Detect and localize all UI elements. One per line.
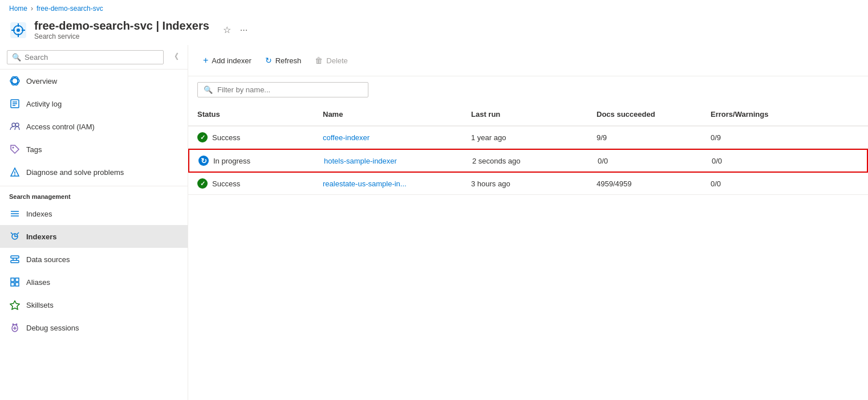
svg-point-16 (13, 147, 14, 149)
diagnose-icon (9, 166, 21, 178)
sidebar-item-activity-label: Activity log (26, 100, 62, 108)
sidebar-item-iam-label: Access control (IAM) (26, 123, 95, 131)
filter-icon: 🔍 (204, 85, 213, 94)
svg-point-36 (13, 324, 14, 325)
sidebar-item-tags-label: Tags (26, 145, 42, 154)
cell-lastrun-2: 3 hours ago (471, 179, 597, 188)
search-management-label: Search management (0, 186, 188, 202)
delete-icon: 🗑 (315, 56, 323, 65)
search-input[interactable] (25, 53, 159, 62)
sidebar-item-skillsets-label: Skillsets (26, 301, 54, 309)
success-icon (197, 132, 208, 142)
cell-lastrun-1: 2 seconds ago (472, 157, 598, 165)
column-last-run: Last run (471, 108, 597, 121)
breadcrumb-home[interactable]: Home (9, 5, 27, 13)
column-status: Status (197, 108, 323, 121)
indexer-link-0[interactable]: coffee-indexer (323, 133, 370, 142)
favorite-button[interactable]: ☆ (221, 22, 233, 38)
svg-point-18 (14, 174, 15, 175)
cell-name-1: hotels-sample-indexer (324, 157, 472, 165)
page-title: free-demo-search-svc | Indexers (34, 19, 209, 32)
sidebar-item-indexes-label: Indexes (26, 210, 52, 218)
cell-status-0: Success (197, 132, 323, 142)
svg-point-2 (17, 28, 20, 32)
sidebar-item-indexers[interactable]: Indexers (0, 225, 188, 248)
page-header: free-demo-search-svc | Indexers Search s… (0, 17, 868, 45)
sidebar: 🔍 《 Overview Activity log (0, 45, 188, 400)
svg-marker-33 (10, 301, 19, 309)
table-header: Status Name Last run Docs succeeded Erro… (188, 103, 868, 126)
sidebar-item-aliases-label: Aliases (26, 278, 50, 287)
sidebar-item-indexes[interactable]: Indexes (0, 202, 188, 225)
sidebar-item-datasources[interactable]: Data sources (0, 248, 188, 271)
filter-row: 🔍 (188, 76, 868, 103)
cell-errors-1: 0/0 (712, 157, 814, 165)
iam-icon (9, 121, 21, 132)
svg-point-14 (12, 123, 15, 126)
collapse-button[interactable]: 《 (168, 50, 181, 64)
refresh-icon: ↻ (265, 56, 272, 65)
table-body: Success coffee-indexer 1 year ago 9/9 0/… (188, 126, 868, 195)
sidebar-item-overview[interactable]: Overview (0, 70, 188, 92)
svg-rect-30 (15, 278, 19, 281)
search-icon: 🔍 (12, 53, 21, 62)
cell-docs-1: 0/0 (598, 157, 712, 165)
page-subtitle: Search service (34, 32, 209, 40)
aliases-icon (9, 276, 21, 288)
cell-status-2: Success (197, 178, 323, 189)
column-docs: Docs succeeded (597, 108, 711, 121)
sidebar-item-diagnose[interactable]: Diagnose and solve problems (0, 161, 188, 183)
datasources-icon (9, 254, 21, 265)
cell-docs-2: 4959/4959 (597, 179, 711, 188)
svg-rect-29 (11, 278, 14, 281)
sidebar-item-diagnose-label: Diagnose and solve problems (26, 168, 124, 177)
cell-name-2: realestate-us-sample-in... (323, 179, 471, 188)
sidebar-item-iam[interactable]: Access control (IAM) (0, 115, 188, 138)
activity-log-icon (9, 98, 21, 109)
svg-rect-26 (11, 260, 19, 263)
filter-input[interactable] (217, 85, 362, 94)
table-row: Success coffee-indexer 1 year ago 9/9 0/… (188, 126, 868, 149)
sidebar-item-tags[interactable]: Tags (0, 138, 188, 161)
add-indexer-button[interactable]: + Add indexer (197, 52, 257, 69)
cell-name-0: coffee-indexer (323, 133, 471, 142)
tags-icon (9, 144, 21, 155)
sidebar-item-datasources-label: Data sources (26, 255, 70, 264)
success-icon-2 (197, 178, 208, 189)
add-icon: + (203, 55, 208, 66)
skillsets-icon (9, 299, 21, 311)
delete-button[interactable]: 🗑 Delete (309, 52, 354, 68)
cell-lastrun-0: 1 year ago (471, 133, 597, 142)
sidebar-item-indexers-label: Indexers (26, 232, 56, 241)
table-row: Success realestate-us-sample-in... 3 hou… (188, 173, 868, 195)
indexers-icon (9, 231, 21, 242)
indexer-link-2[interactable]: realestate-us-sample-in... (323, 179, 407, 188)
table-row: In progress hotels-sample-indexer 2 seco… (188, 149, 868, 173)
sidebar-item-activity-log[interactable]: Activity log (0, 92, 188, 115)
cell-errors-0: 0/9 (711, 133, 813, 142)
content-area: + Add indexer ↻ Refresh 🗑 Delete 🔍 Statu… (188, 45, 868, 400)
breadcrumb-service[interactable]: free-demo-search-svc (36, 5, 103, 13)
toolbar: + Add indexer ↻ Refresh 🗑 Delete (188, 45, 868, 76)
inprogress-icon (198, 156, 209, 166)
debug-icon (9, 322, 21, 333)
service-icon (9, 21, 27, 39)
cell-errors-2: 0/0 (711, 179, 813, 188)
sidebar-item-debug[interactable]: Debug sessions (0, 316, 188, 339)
indexer-link-1[interactable]: hotels-sample-indexer (324, 157, 397, 165)
cell-docs-0: 9/9 (597, 133, 711, 142)
breadcrumb: Home › free-demo-search-svc (0, 0, 868, 17)
more-options-button[interactable]: ··· (238, 23, 250, 38)
refresh-button[interactable]: ↻ Refresh (259, 52, 307, 68)
overview-icon (9, 75, 21, 87)
sidebar-search-container: 🔍 (7, 50, 164, 64)
sidebar-item-skillsets[interactable]: Skillsets (0, 293, 188, 316)
sidebar-search-row: 🔍 《 (0, 45, 188, 70)
main-layout: 🔍 《 Overview Activity log (0, 45, 868, 400)
svg-point-9 (10, 76, 20, 86)
svg-line-23 (11, 232, 13, 234)
svg-line-24 (17, 232, 19, 234)
sidebar-item-aliases[interactable]: Aliases (0, 271, 188, 293)
sidebar-navigation: Overview Activity log Access control (IA… (0, 70, 188, 400)
column-errors: Errors/Warnings (711, 108, 813, 121)
